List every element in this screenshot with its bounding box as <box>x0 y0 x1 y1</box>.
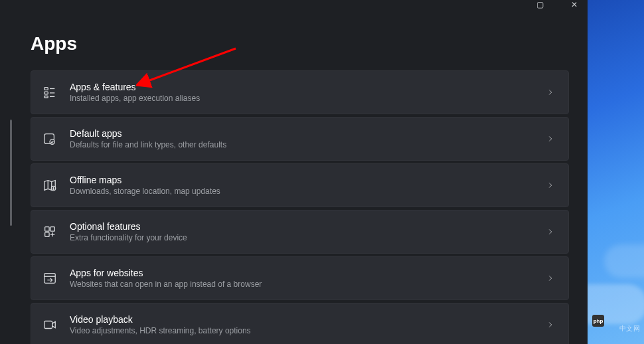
watermark-text: 中文网 <box>619 324 641 333</box>
item-text: Optional features Extra functionality fo… <box>70 221 546 242</box>
apps-features-icon <box>42 84 58 100</box>
svg-rect-0 <box>44 88 48 90</box>
item-text: Apps for websites Websites that can open… <box>70 268 546 289</box>
settings-window: ▢ ✕ Apps Apps & features Installed apps,… <box>0 0 588 344</box>
page-title: Apps <box>0 7 588 70</box>
apps-features-item[interactable]: Apps & features Installed apps, app exec… <box>31 70 569 114</box>
chevron-right-icon <box>546 320 555 329</box>
default-apps-icon <box>42 131 58 147</box>
chevron-right-icon <box>546 181 555 190</box>
svg-rect-14 <box>45 232 49 236</box>
titlebar: ▢ ✕ <box>0 0 588 7</box>
svg-rect-13 <box>50 227 54 231</box>
maximize-button[interactable]: ▢ <box>533 0 546 7</box>
video-playback-item[interactable]: Video playback Video adjustments, HDR st… <box>31 303 569 344</box>
svg-rect-2 <box>44 96 48 98</box>
svg-rect-17 <box>44 274 56 284</box>
item-desc: Extra functionality for your device <box>70 233 546 242</box>
chevron-right-icon <box>546 88 555 97</box>
settings-list: Apps & features Installed apps, app exec… <box>0 70 588 344</box>
chevron-right-icon <box>546 227 555 236</box>
item-title: Video playback <box>70 314 546 325</box>
item-title: Default apps <box>70 128 546 139</box>
item-text: Default apps Defaults for file and link … <box>70 128 546 149</box>
item-desc: Video adjustments, HDR streaming, batter… <box>70 326 546 335</box>
item-title: Apps for websites <box>70 268 546 278</box>
apps-websites-icon <box>42 270 58 286</box>
sidebar-scroll-indicator <box>10 120 12 226</box>
svg-rect-12 <box>45 227 49 231</box>
default-apps-item[interactable]: Default apps Defaults for file and link … <box>31 117 569 161</box>
item-text: Apps & features Installed apps, app exec… <box>70 82 546 103</box>
optional-features-icon <box>42 224 58 240</box>
desktop-background: php 中文网 <box>588 0 644 344</box>
item-text: Offline maps Downloads, storage location… <box>70 175 546 196</box>
video-playback-icon <box>42 317 58 333</box>
item-desc: Installed apps, app execution aliases <box>70 94 546 103</box>
close-button[interactable]: ✕ <box>568 0 581 7</box>
watermark-logo: php <box>592 315 604 327</box>
apps-for-websites-item[interactable]: Apps for websites Websites that can open… <box>31 256 569 300</box>
chevron-right-icon <box>546 134 555 143</box>
item-title: Optional features <box>70 221 546 232</box>
item-desc: Defaults for file and link types, other … <box>70 140 546 149</box>
item-desc: Websites that can open in an app instead… <box>70 280 546 289</box>
item-text: Video playback Video adjustments, HDR st… <box>70 314 546 335</box>
svg-rect-1 <box>44 92 48 94</box>
item-desc: Downloads, storage location, map updates <box>70 187 546 196</box>
svg-rect-20 <box>44 321 52 329</box>
item-title: Offline maps <box>70 175 546 185</box>
offline-maps-icon <box>42 177 58 193</box>
offline-maps-item[interactable]: Offline maps Downloads, storage location… <box>31 163 569 207</box>
optional-features-item[interactable]: Optional features Extra functionality fo… <box>31 210 569 254</box>
chevron-right-icon <box>546 274 555 283</box>
item-title: Apps & features <box>70 82 546 92</box>
